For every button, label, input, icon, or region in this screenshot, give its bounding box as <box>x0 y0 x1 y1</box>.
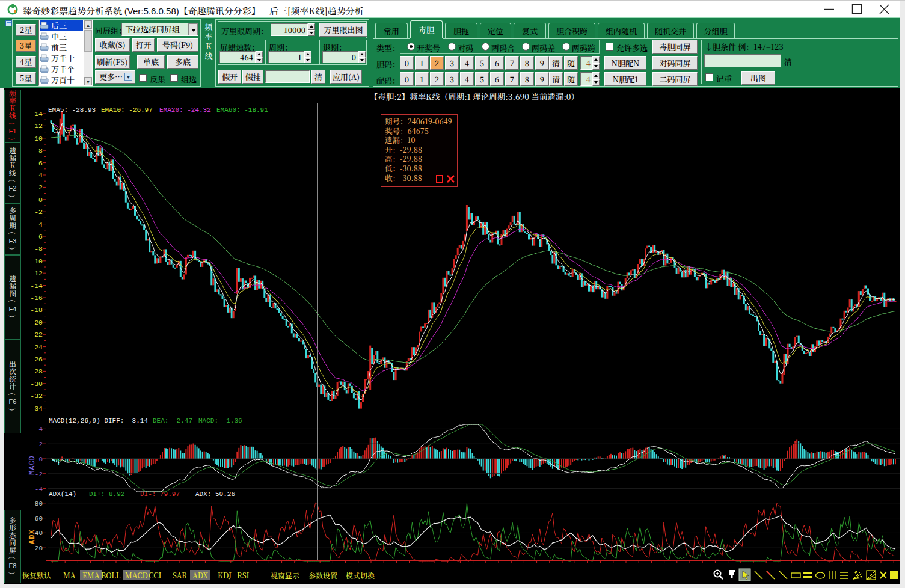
svg-text:-28: -28 <box>30 367 43 375</box>
svg-text:ADX(14): ADX(14) <box>49 491 76 498</box>
svg-text:10: 10 <box>34 135 43 142</box>
svg-text:-10: -10 <box>30 257 43 265</box>
svg-text:-4: -4 <box>35 486 43 493</box>
svg-text:14: 14 <box>34 110 43 118</box>
svg-text:-22: -22 <box>30 331 43 338</box>
svg-text:60: 60 <box>35 515 43 522</box>
svg-text:40: 40 <box>35 530 43 537</box>
svg-text:-24: -24 <box>30 343 43 351</box>
svg-text:DI-: 79.97: DI-: 79.97 <box>140 491 180 498</box>
svg-text:DI+: 8.92: DI+: 8.92 <box>89 491 124 498</box>
svg-text:ADX: 50.26: ADX: 50.26 <box>195 491 235 498</box>
svg-text:EMA60: -18.91: EMA60: -18.91 <box>216 106 268 114</box>
svg-text:-26: -26 <box>30 355 43 363</box>
svg-text:4: 4 <box>38 171 43 179</box>
svg-text:-30: -30 <box>30 380 43 388</box>
svg-text:-34: -34 <box>30 405 43 412</box>
svg-text:-12: -12 <box>30 269 43 277</box>
svg-text:2: 2 <box>38 441 43 448</box>
svg-text:-20: -20 <box>30 319 43 326</box>
svg-text:MACD: -1.36: MACD: -1.36 <box>198 417 242 424</box>
svg-text:-2: -2 <box>34 208 43 216</box>
svg-text:6: 6 <box>38 159 43 167</box>
svg-text:2: 2 <box>38 183 43 191</box>
svg-text:DEA: -2.47: DEA: -2.47 <box>153 417 192 424</box>
svg-text:0: 0 <box>38 196 43 204</box>
svg-text:-4: -4 <box>34 221 43 228</box>
svg-text:4: 4 <box>38 426 43 433</box>
svg-text:EMA10: -26.97: EMA10: -26.97 <box>101 106 153 114</box>
svg-text:-14: -14 <box>30 282 43 290</box>
svg-text:-2: -2 <box>35 471 43 478</box>
svg-text:收：-30.88: 收：-30.88 <box>385 173 422 183</box>
svg-text:EMA20: -24.32: EMA20: -24.32 <box>159 106 211 114</box>
svg-text:-6: -6 <box>34 233 43 240</box>
svg-text:EMA5: -28.93: EMA5: -28.93 <box>48 106 96 114</box>
svg-text:MACD(12,26,9) DIFF: -3.14: MACD(12,26,9) DIFF: -3.14 <box>49 417 148 424</box>
svg-text:8: 8 <box>38 147 43 155</box>
svg-text:-32: -32 <box>30 392 43 400</box>
svg-text:-8: -8 <box>34 245 43 253</box>
svg-text:0: 0 <box>38 456 43 463</box>
svg-text:12: 12 <box>34 122 43 130</box>
svg-text:80: 80 <box>35 500 43 507</box>
svg-text:【毒胆:2】频率K线（周期:1 理论周期:3.690 当前遗: 【毒胆:2】频率K线（周期:1 理论周期:3.690 当前遗漏:0） <box>370 90 579 102</box>
svg-text:-16: -16 <box>30 294 43 302</box>
svg-text:-18: -18 <box>30 306 43 314</box>
svg-text:20: 20 <box>35 545 43 552</box>
